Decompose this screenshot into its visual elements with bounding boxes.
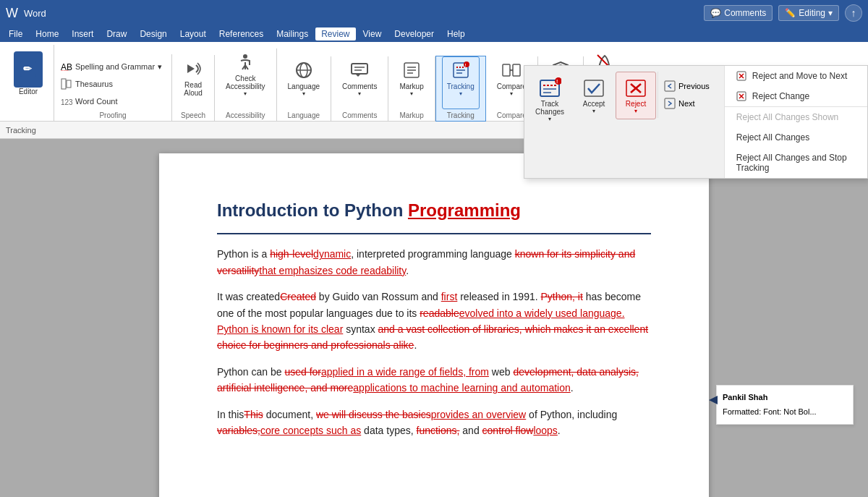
menu-mailings[interactable]: Mailings	[271, 27, 314, 41]
spelling-chevron: ▾	[158, 62, 162, 72]
menu-help[interactable]: Help	[441, 27, 471, 41]
para1-before: Python is a	[217, 248, 270, 260]
para2-deleted3: readable	[420, 307, 459, 319]
reject-stop-tracking-item[interactable]: Reject All Changes and Stop Tracking	[725, 148, 867, 178]
comment-text: Formatted: Font: Not Bol...	[723, 406, 847, 419]
compare-icon	[501, 60, 522, 80]
previous-label: Previous	[678, 82, 710, 90]
markup-group: Markup ▾ Markup	[388, 56, 435, 121]
thesaurus-label: Thesaurus	[75, 80, 113, 88]
editor-group: ✏ Editor	[6, 45, 54, 121]
reject-icon	[624, 77, 647, 100]
document: Introduction to Python Programming Pytho…	[159, 153, 709, 497]
language-button[interactable]: Language ▾	[283, 56, 326, 109]
para4-deleted: This	[244, 409, 263, 420]
reject-button[interactable]: Reject ▾	[616, 72, 656, 119]
proofing-group: ABC~~~ Spelling and Grammar ▾ Thesaurus …	[54, 54, 172, 121]
language-group-label: Language	[277, 111, 331, 119]
language-icon	[294, 60, 314, 80]
comment-indicator	[709, 396, 718, 404]
word-count-label: Word Count	[75, 97, 118, 106]
para1: Python is a high-leveldynamic, interpret…	[217, 246, 651, 279]
comments-button[interactable]: 💬 Comments	[704, 5, 773, 21]
svg-point-8	[243, 54, 247, 59]
para2-deleted2: Python, it	[541, 291, 583, 302]
comments-ribbon-icon	[349, 60, 370, 80]
compare-chevron: ▾	[510, 90, 513, 97]
menu-insert[interactable]: Insert	[66, 27, 99, 41]
accept-chevron: ▾	[592, 108, 595, 114]
share-button[interactable]: ↑	[845, 4, 862, 22]
check-accessibility-button[interactable]: CheckAccessibility ▾	[221, 48, 270, 109]
comment-author: Pankil Shah	[723, 391, 847, 404]
accept-icon	[582, 77, 605, 100]
svg-text:✏: ✏	[23, 63, 33, 75]
editor-button[interactable]: ✏ Editor	[9, 48, 48, 109]
menu-references[interactable]: References	[213, 27, 269, 41]
para3: Python can be used forapplied in a wide …	[217, 364, 651, 396]
accessibility-label: CheckAccessibility	[226, 75, 265, 90]
tracking-label: Tracking	[447, 82, 475, 90]
comments-ribbon-button[interactable]: Comments ▾	[337, 56, 382, 109]
para1-deleted1: high-level	[270, 248, 313, 260]
previous-button[interactable]: Previous	[658, 77, 721, 95]
reject-all-item[interactable]: Reject All Changes	[725, 127, 867, 148]
reject-change-item[interactable]: Reject Change	[725, 86, 867, 106]
svg-text:!: !	[556, 79, 558, 84]
track-changes-dropdown-button[interactable]: ! TrackChanges ▾	[527, 72, 572, 127]
spelling-grammar-button[interactable]: ABC~~~ Spelling and Grammar ▾	[57, 59, 166, 75]
tracking-button[interactable]: ! Tracking ▾	[442, 56, 480, 109]
para4-deleted2: we will discuss the basics	[316, 409, 431, 420]
svg-rect-39	[584, 80, 603, 96]
svg-rect-43	[665, 81, 675, 91]
comments-label: Comments	[724, 8, 766, 18]
reject-change-label: Reject Change	[752, 91, 809, 101]
tracking-group: ! Tracking ▾ Tracking	[435, 56, 486, 122]
svg-rect-12	[352, 64, 367, 74]
para4-deleted5: control flow	[482, 425, 534, 436]
markup-button[interactable]: Markup ▾	[394, 56, 428, 109]
menu-layout[interactable]: Layout	[174, 27, 212, 41]
menu-home[interactable]: Home	[30, 27, 64, 41]
language-label: Language	[288, 82, 320, 90]
next-icon	[664, 98, 676, 109]
editing-button[interactable]: ✏️ Editing ▾	[778, 5, 839, 21]
svg-marker-15	[355, 74, 361, 77]
menu-file[interactable]: File	[3, 27, 28, 41]
speech-label: Speech	[172, 111, 214, 119]
reject-submenu: Reject and Move to Next Reject Change Re…	[724, 66, 867, 178]
read-aloud-button[interactable]: ReadAloud	[178, 55, 208, 109]
tracking-dropdown: ! TrackChanges ▾ Accept ▾ Reject ▾	[524, 65, 868, 179]
para3-before: Python can be	[217, 366, 284, 378]
para4: In thisThis document, we will discuss th…	[217, 407, 651, 439]
read-aloud-label: ReadAloud	[184, 81, 203, 97]
language-chevron: ▾	[302, 90, 305, 97]
menu-view[interactable]: View	[357, 27, 388, 41]
para4-after3: data types,	[361, 425, 416, 436]
word-count-button[interactable]: 123 Word Count	[57, 93, 166, 109]
title-bar: W Word 💬 Comments ✏️ Editing ▾ ↑	[0, 0, 868, 26]
menu-draw[interactable]: Draw	[101, 27, 132, 41]
reject-move-icon	[736, 71, 746, 81]
doc-title: Introduction to Python Programming	[217, 197, 651, 224]
accept-button[interactable]: Accept ▾	[574, 72, 614, 119]
para2-deleted: Created	[280, 291, 316, 302]
pencil-icon: ✏️	[785, 8, 796, 18]
menu-design[interactable]: Design	[134, 27, 172, 41]
para4-before: In this	[217, 409, 244, 420]
comments-group: Comments ▾ Comments	[331, 56, 388, 121]
para1-inserted1: dynamic	[313, 248, 351, 260]
para2-inserted1: first	[441, 291, 458, 302]
menu-review[interactable]: Review	[315, 27, 355, 41]
next-button[interactable]: Next	[658, 95, 721, 112]
editor-label: Editor	[19, 88, 38, 95]
read-aloud-icon	[183, 59, 203, 79]
thesaurus-button[interactable]: Thesaurus	[57, 76, 166, 92]
menu-developer[interactable]: Developer	[388, 27, 440, 41]
para2-after4: syntax	[343, 323, 378, 335]
reject-move-next-item[interactable]: Reject and Move to Next	[725, 66, 867, 86]
accessibility-chevron: ▾	[244, 90, 247, 97]
svg-text:123: 123	[61, 98, 72, 106]
para4-deleted4: functions,	[417, 425, 460, 436]
comments-group-label: Comments	[331, 111, 388, 119]
